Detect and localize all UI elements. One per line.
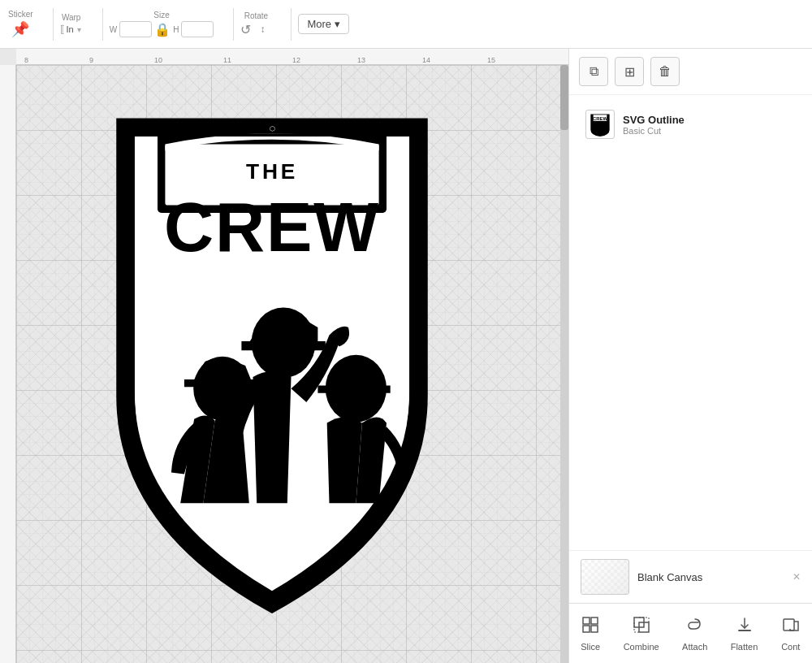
rotate-arrows: ↕: [260, 24, 265, 35]
layer-icons-row: ⧉ ⊞ 🗑: [569, 49, 812, 95]
cont-button[interactable]: Cont: [775, 612, 807, 655]
combine-button[interactable]: Combine: [617, 612, 666, 655]
rotate-label: Rotate: [244, 11, 268, 20]
ruler-mark-11: 11: [223, 56, 231, 64]
lock-icon: 🔒: [154, 22, 171, 37]
scrollbar-right[interactable]: [560, 65, 568, 663]
attach-icon: [685, 615, 705, 639]
svg-rect-13: [583, 626, 590, 632]
rotate-section: Rotate ↺ ↕: [240, 11, 271, 37]
svg-text:CREW: CREW: [593, 116, 607, 121]
duplicate-layer-button[interactable]: ⧉: [579, 57, 608, 86]
add-layer-button[interactable]: ⊞: [615, 57, 644, 86]
ruler-mark-10: 10: [154, 56, 162, 64]
rotate-icon: ↺: [240, 22, 251, 37]
blank-canvas-thumbnail: [581, 559, 629, 595]
slice-label: Slice: [581, 642, 600, 652]
layer-thumbnail-svg: CREW: [585, 110, 615, 139]
layer-info: SVG Outline Basic Cut: [623, 114, 796, 136]
svg-rect-12: [591, 618, 598, 624]
delete-layer-button[interactable]: 🗑: [650, 57, 680, 86]
artwork-container[interactable]: THE CREW: [81, 106, 463, 626]
warp-section: Warp ⟦ In ▾: [60, 13, 83, 35]
more-button[interactable]: More ▾: [298, 14, 349, 34]
grid-canvas[interactable]: THE CREW: [16, 65, 560, 663]
svg-text:⬡: ⬡: [270, 125, 275, 132]
svg-rect-14: [591, 626, 598, 632]
cont-label: Cont: [781, 642, 800, 652]
ruler-top: 8 9 10 11 12 13 14 15: [16, 49, 568, 65]
blank-canvas-close-icon[interactable]: ✕: [793, 571, 801, 583]
ruler-mark-9: 9: [89, 56, 93, 64]
height-input[interactable]: [181, 21, 214, 37]
canvas-area: 8 9 10 11 12 13 14 15 T: [0, 49, 568, 663]
width-icon: W: [110, 25, 117, 34]
slice-icon: [581, 615, 600, 639]
layer-item-svg-outline[interactable]: CREW SVG Outline Basic Cut: [574, 103, 807, 145]
svg-rect-11: [583, 618, 590, 624]
ruler-mark-13: 13: [357, 56, 365, 64]
combine-label: Combine: [624, 642, 659, 652]
cont-icon: [781, 615, 801, 639]
warp-label: Warp: [62, 13, 81, 22]
size-section: Size W 🔒 H: [110, 11, 214, 37]
ruler-mark-8: 8: [24, 56, 28, 64]
ruler-mark-12: 12: [292, 56, 300, 64]
svg-rect-18: [784, 619, 794, 630]
warp-value: In: [67, 24, 74, 34]
combine-icon: [632, 615, 651, 639]
divider-1: [53, 8, 54, 41]
ruler-mark-14: 14: [422, 56, 430, 64]
attach-label: Attach: [682, 642, 707, 652]
layer-sub: Basic Cut: [623, 126, 796, 136]
warp-arrow: ▾: [77, 25, 81, 34]
svg-rect-17: [738, 630, 751, 631]
height-icon: H: [173, 25, 179, 34]
divider-2: [102, 8, 103, 41]
ruler-mark-15: 15: [487, 56, 495, 64]
right-panel: Layers Color Sync ✕ ⧉ ⊞ 🗑 CREW SVG Outli…: [568, 0, 812, 663]
flatten-icon: [735, 615, 754, 639]
svg-text:THE: THE: [246, 159, 298, 184]
divider-3: [233, 8, 234, 41]
width-input[interactable]: [119, 21, 152, 37]
layer-thumb-svg: CREW: [588, 112, 612, 136]
more-label: More: [307, 18, 331, 30]
more-arrow: ▾: [335, 18, 340, 30]
bottom-toolbar: Slice Combine Attach: [569, 603, 812, 663]
crew-svg[interactable]: THE CREW: [81, 106, 463, 626]
attach-button[interactable]: Attach: [676, 612, 714, 655]
layer-list: CREW SVG Outline Basic Cut: [569, 95, 812, 550]
sticker-section: Sticker 📌: [8, 10, 33, 38]
flatten-button[interactable]: Flatten: [724, 612, 765, 655]
scrollbar-thumb[interactable]: [560, 65, 568, 130]
blank-canvas-section: Blank Canvas ✕: [569, 550, 812, 603]
sticker-label: Sticker: [8, 10, 33, 19]
blank-canvas-label: Blank Canvas: [637, 571, 702, 583]
slice-button[interactable]: Slice: [574, 612, 607, 655]
divider-4: [291, 8, 292, 41]
layer-name: SVG Outline: [623, 114, 796, 126]
flatten-label: Flatten: [731, 642, 758, 652]
sticker-icon: 📌: [11, 20, 29, 38]
size-label: Size: [153, 11, 169, 20]
top-toolbar: Sticker 📌 Warp ⟦ In ▾ Size W 🔒 H Rotate …: [0, 0, 812, 49]
svg-text:CREW: CREW: [164, 188, 380, 266]
ruler-left: [0, 65, 16, 663]
warp-icon: ⟦: [60, 24, 65, 35]
